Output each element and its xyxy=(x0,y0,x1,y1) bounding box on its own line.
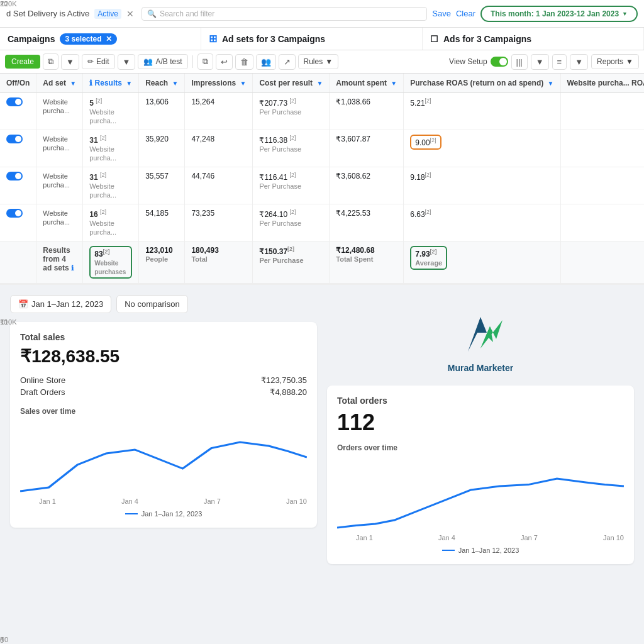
brand-logo xyxy=(455,308,506,358)
clear-link[interactable]: Clear xyxy=(456,9,475,18)
arrow-button[interactable]: ↗ xyxy=(279,54,296,70)
cpr-sub-1: Per Purchase xyxy=(259,145,301,153)
sales-chart xyxy=(20,419,307,495)
reach-cell: 35,920 xyxy=(139,130,185,167)
results-cell: 31 [2] Website purcha... xyxy=(83,167,139,204)
amount-cell: ₹1,038.66 xyxy=(330,93,404,130)
cpr-main-3: ₹264.10 xyxy=(259,210,287,219)
roas-sup-3: [2] xyxy=(425,209,431,215)
roas-cell: 6.63[2] xyxy=(404,204,560,242)
cpr-sub-2: Per Purchase xyxy=(259,182,301,190)
sales-chart-legend: Jan 1–Jan 12, 2023 xyxy=(20,510,307,518)
total-cpr: ₹150.37[2]Per Purchase xyxy=(253,242,330,284)
date-filter-label: Jan 1–Jan 12, 2023 xyxy=(31,299,103,309)
rules-button[interactable]: Rules ▼ xyxy=(298,54,339,69)
result-type-2: Website purcha... xyxy=(89,182,116,199)
dropdown-button[interactable]: ▼ xyxy=(61,54,79,70)
save-link[interactable]: Save xyxy=(432,9,451,18)
amount-cell: ₹3,608.62 xyxy=(330,167,404,204)
orders-chart-svg xyxy=(337,456,624,531)
svg-marker-0 xyxy=(468,317,487,352)
impressions-cell: 73,235 xyxy=(185,204,253,242)
cpr-sub-3: Per Purchase xyxy=(259,219,301,227)
ad-type-3: Website purcha... xyxy=(43,209,70,226)
orders-x-labels: Jan 1 Jan 4 Jan 7 Jan 10 xyxy=(337,534,624,541)
ad-set-cell: Website purcha... xyxy=(36,130,83,167)
result-type-1: Website purcha... xyxy=(89,145,116,162)
total-impressions: 180,493Total xyxy=(185,242,253,284)
result-num-2: 31 xyxy=(89,173,97,182)
th-reach[interactable]: Reach ▼ xyxy=(139,74,185,93)
ad-type-0: Website purcha... xyxy=(43,98,70,114)
ab-test-button[interactable]: 👥 A/B test xyxy=(138,54,187,69)
ad-type-1: Website purcha... xyxy=(43,135,70,152)
people-button[interactable]: 👥 xyxy=(256,54,276,70)
th-amount[interactable]: Amount spent ▼ xyxy=(330,74,404,93)
view-setup-label: View Setup xyxy=(449,57,487,66)
total-results-val: 83[2] Website purchases xyxy=(89,246,132,279)
layout-dropdown[interactable]: ▼ xyxy=(570,54,588,70)
cpr-sort-icon: ▼ xyxy=(316,80,323,87)
right-panel: Murad Marketer Total orders 112 Orders o… xyxy=(327,295,634,564)
campaigns-table: Off/On Ad set ▼ ℹ Results ▼ Reach ▼ Impr… xyxy=(0,74,644,284)
layout-button[interactable]: ≡ xyxy=(552,54,567,70)
date-range-button[interactable]: This month: 1 Jan 2023-12 Jan 2023 xyxy=(480,6,638,22)
sales-chart-label: Sales over time xyxy=(20,407,307,416)
roas-val-0: 5.21[2] xyxy=(410,99,431,108)
right-tools: View Setup ||| ▼ ≡ ▼ Reports ▼ xyxy=(449,54,639,70)
draft-orders-value: ₹4,888.20 xyxy=(270,387,307,397)
close-filter-icon[interactable]: ✕ xyxy=(126,9,134,19)
orders-chart-legend: Jan 1–Jan 12, 2023 xyxy=(337,547,624,554)
roas-sort-icon: ▼ xyxy=(548,80,554,87)
th-adset[interactable]: Ad set ▼ xyxy=(36,74,83,93)
search-filter[interactable]: 🔍 Search and filter xyxy=(142,7,427,21)
edit-button[interactable]: ✏ Edit xyxy=(82,54,115,69)
th-roas[interactable]: Purchase ROAS (return on ad spend) ▼ xyxy=(404,74,560,93)
roas-cell: 5.21[2] xyxy=(404,93,560,130)
cpr-main-2: ₹116.41 xyxy=(259,173,287,182)
columns-button[interactable]: ||| xyxy=(511,54,528,70)
orders-card: Total orders 112 Orders over time 20 10 … xyxy=(327,386,634,564)
columns-dropdown[interactable]: ▼ xyxy=(531,54,549,70)
reports-button[interactable]: Reports ▼ xyxy=(591,54,639,69)
rules-label: Rules xyxy=(304,57,323,66)
top-bar: d Set Delivery is Active Active ✕ 🔍 Sear… xyxy=(0,0,644,28)
cpr-sup-2: [2] xyxy=(289,172,296,178)
legend-line xyxy=(125,513,138,514)
orders-chart-label: Orders over time xyxy=(337,443,624,452)
total-row: Results from 4 ad sets ℹ 83[2] Website p… xyxy=(0,242,644,284)
total-results: 83[2] Website purchases xyxy=(83,242,139,284)
online-store-value: ₹123,750.35 xyxy=(261,375,307,385)
duplicate-button[interactable]: ⧉ xyxy=(43,53,58,70)
result-sup-0: [2] xyxy=(96,97,102,104)
sales-legend-label: Jan 1–Jan 12, 2023 xyxy=(142,510,203,518)
no-comparison-button[interactable]: No comparison xyxy=(116,295,187,313)
th-web-roas[interactable]: Website purcha... ROAS (r... ▼ xyxy=(560,74,644,93)
roas-cell: 9.00[2] xyxy=(404,130,560,167)
result-sup-1: [2] xyxy=(100,135,106,141)
toolbar-divider xyxy=(192,55,193,68)
result-type-0: Website purcha... xyxy=(89,108,116,125)
clear-selection-icon[interactable]: ✕ xyxy=(106,35,112,43)
undo-button[interactable]: ↩ xyxy=(216,54,233,70)
result-num-3: 16 xyxy=(89,210,97,219)
x-jan1: Jan 1 xyxy=(39,497,56,505)
sales-card: Total sales ₹128,638.55 Online Store ₹12… xyxy=(10,322,317,528)
th-results[interactable]: ℹ Results ▼ xyxy=(83,74,139,93)
cpr-sup-0: [2] xyxy=(289,97,296,104)
edit-dropdown-button[interactable]: ▼ xyxy=(118,54,136,70)
top-bar-right: Save Clear This month: 1 Jan 2023-12 Jan… xyxy=(432,6,638,22)
table-row: Website purcha... 31 [2] Website purcha.… xyxy=(0,130,644,167)
ad-type-2: Website purcha... xyxy=(43,172,70,189)
online-store-label: Online Store xyxy=(20,375,65,385)
delete-button[interactable]: 🗑 xyxy=(235,54,253,70)
cpr-sup-1: [2] xyxy=(289,135,296,141)
copy-button[interactable]: ⧉ xyxy=(197,53,213,70)
th-cpr[interactable]: Cost per result ▼ xyxy=(253,74,330,93)
date-range-filter-button[interactable]: 📅 Jan 1–Jan 12, 2023 xyxy=(10,295,111,313)
grid-icon: ⊞ xyxy=(209,33,217,45)
search-icon: 🔍 xyxy=(147,9,157,18)
view-setup-toggle[interactable] xyxy=(491,57,508,67)
orders-chart-wrapper: 20 10 0 xyxy=(337,456,624,531)
th-impressions[interactable]: Impressions ▼ xyxy=(185,74,253,93)
